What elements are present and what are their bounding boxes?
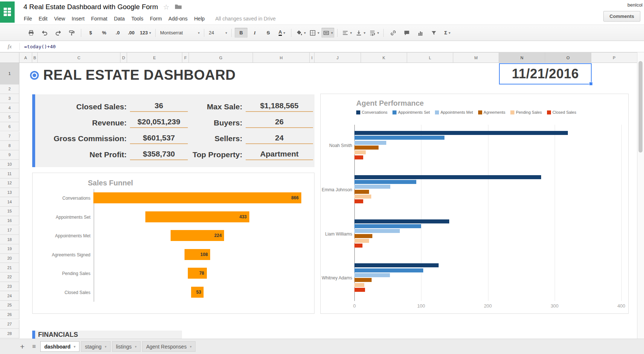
sheet-tab-listings[interactable]: listings▾ xyxy=(112,341,141,352)
column-header-B[interactable]: B xyxy=(32,52,38,63)
row-header-15[interactable]: 15 xyxy=(0,207,19,216)
row-header-27[interactable]: 27 xyxy=(0,320,19,329)
menu-form[interactable]: Form xyxy=(146,16,165,22)
row-header-7[interactable]: 7 xyxy=(0,132,19,141)
sheet-tab-staging[interactable]: staging▾ xyxy=(81,341,111,352)
row-header-13[interactable]: 13 xyxy=(0,188,19,197)
formula-bar[interactable]: fx =today()+40 xyxy=(0,41,644,52)
menu-help[interactable]: Help xyxy=(191,16,208,22)
row-header-16[interactable]: 16 xyxy=(0,216,19,226)
sheet-tab-agent-responses[interactable]: Agent Responses▾ xyxy=(142,341,196,352)
column-header-C[interactable]: C xyxy=(38,52,120,63)
row-header-11[interactable]: 11 xyxy=(0,169,19,178)
row-header-23[interactable]: 23 xyxy=(0,282,19,291)
paint-format-button[interactable] xyxy=(65,28,78,38)
row-header-1[interactable]: 1 xyxy=(0,63,19,84)
select-all-corner[interactable] xyxy=(0,52,19,63)
undo-button[interactable] xyxy=(38,28,51,38)
vertical-align-button[interactable]: ▾ xyxy=(354,28,367,38)
insert-chart-button[interactable] xyxy=(414,28,427,38)
menu-edit[interactable]: Edit xyxy=(36,16,51,22)
menu-file[interactable]: File xyxy=(21,16,36,22)
menu-add-ons[interactable]: Add-ons xyxy=(165,16,191,22)
filter-button[interactable] xyxy=(427,28,440,38)
borders-button[interactable]: ▾ xyxy=(308,28,321,38)
insert-link-button[interactable] xyxy=(387,28,399,38)
row-header-17[interactable]: 17 xyxy=(0,226,19,235)
folder-icon[interactable] xyxy=(175,4,182,11)
row-header-21[interactable]: 21 xyxy=(0,263,19,272)
row-header-25[interactable]: 25 xyxy=(0,301,19,310)
scrollbar-thumb[interactable] xyxy=(639,61,643,152)
add-sheet-button[interactable]: + xyxy=(17,342,28,351)
sheet-tab-dashboard[interactable]: dashboard▾ xyxy=(40,341,79,352)
sales-funnel-chart[interactable]: Sales Funnel 866Conversations433Appointm… xyxy=(32,173,314,314)
print-button[interactable] xyxy=(25,28,37,38)
tab-dropdown-icon[interactable]: ▾ xyxy=(190,345,192,349)
merge-cells-button[interactable]: ▾ xyxy=(321,28,334,38)
horizontal-align-button[interactable]: ▾ xyxy=(340,28,353,38)
agent-performance-chart[interactable]: Agent Performance ConversationsAppointme… xyxy=(320,94,629,314)
vertical-scrollbar[interactable] xyxy=(637,52,644,339)
redo-button[interactable] xyxy=(52,28,64,38)
row-header-10[interactable]: 10 xyxy=(0,160,19,169)
column-header-L[interactable]: L xyxy=(407,52,453,63)
selected-date-cell[interactable]: 11/21/2016 xyxy=(499,63,592,84)
row-header-20[interactable]: 20 xyxy=(0,254,19,263)
row-header-24[interactable]: 24 xyxy=(0,291,19,301)
account-name[interactable]: benlcol xyxy=(628,2,643,8)
column-header-P[interactable]: P xyxy=(591,52,637,63)
row-header-12[interactable]: 12 xyxy=(0,178,19,188)
more-formats-button[interactable]: 123▾ xyxy=(138,28,152,38)
tab-dropdown-icon[interactable]: ▾ xyxy=(74,345,76,349)
row-header-19[interactable]: 19 xyxy=(0,244,19,254)
sheets-logo[interactable] xyxy=(0,1,15,23)
menu-format[interactable]: Format xyxy=(88,16,111,22)
text-wrap-button[interactable]: ▾ xyxy=(368,28,380,38)
column-header-H[interactable]: H xyxy=(253,52,310,63)
column-header-N[interactable]: N xyxy=(499,52,545,63)
bold-button[interactable]: B xyxy=(235,28,247,38)
column-header-F[interactable]: F xyxy=(182,52,189,63)
column-header-M[interactable]: M xyxy=(453,52,499,63)
font-size-select[interactable]: 24▾ xyxy=(207,28,228,38)
text-color-button[interactable]: A▾ xyxy=(275,28,288,38)
font-family-select[interactable]: Montserrat▾ xyxy=(159,28,201,38)
functions-button[interactable]: Σ▾ xyxy=(441,28,454,38)
strikethrough-button[interactable]: S xyxy=(262,28,275,38)
decrease-decimal-button[interactable]: .0 xyxy=(111,28,124,38)
italic-button[interactable]: I xyxy=(248,28,261,38)
all-sheets-button[interactable]: ≡ xyxy=(28,343,40,350)
document-title[interactable]: 4 Real Estate Dashboard with Google Form xyxy=(23,3,158,11)
column-header-E[interactable]: E xyxy=(127,52,182,63)
row-header-6[interactable]: 6 xyxy=(0,122,19,132)
row-header-22[interactable]: 22 xyxy=(0,272,19,282)
column-header-D[interactable]: D xyxy=(120,52,127,63)
menu-tools[interactable]: Tools xyxy=(128,16,147,22)
fill-handle[interactable] xyxy=(589,82,593,86)
insert-comment-button[interactable] xyxy=(400,28,413,38)
column-header-A[interactable]: A xyxy=(19,52,32,63)
column-header-J[interactable]: J xyxy=(314,52,361,63)
formula-input[interactable]: =today()+40 xyxy=(20,44,56,49)
row-header-5[interactable]: 5 xyxy=(0,113,19,122)
row-header-26[interactable]: 26 xyxy=(0,310,19,320)
row-header-18[interactable]: 18 xyxy=(0,235,19,244)
row-header-14[interactable]: 14 xyxy=(0,197,19,207)
row-header-2[interactable]: 2 xyxy=(0,84,19,94)
row-header-3[interactable]: 3 xyxy=(0,94,19,103)
percent-format-button[interactable]: % xyxy=(98,28,111,38)
row-header-28[interactable]: 28 xyxy=(0,329,19,338)
column-header-K[interactable]: K xyxy=(361,52,407,63)
menu-insert[interactable]: Insert xyxy=(68,16,88,22)
currency-format-button[interactable]: $ xyxy=(84,28,97,38)
menu-data[interactable]: Data xyxy=(111,16,128,22)
row-header-8[interactable]: 8 xyxy=(0,141,19,150)
star-icon[interactable]: ☆ xyxy=(163,4,170,11)
row-header-4[interactable]: 4 xyxy=(0,103,19,113)
column-header-G[interactable]: G xyxy=(189,52,253,63)
row-header-9[interactable]: 9 xyxy=(0,150,19,160)
comments-button[interactable]: Comments xyxy=(603,11,640,22)
column-header-I[interactable]: I xyxy=(310,52,314,63)
tab-dropdown-icon[interactable]: ▾ xyxy=(135,345,137,349)
